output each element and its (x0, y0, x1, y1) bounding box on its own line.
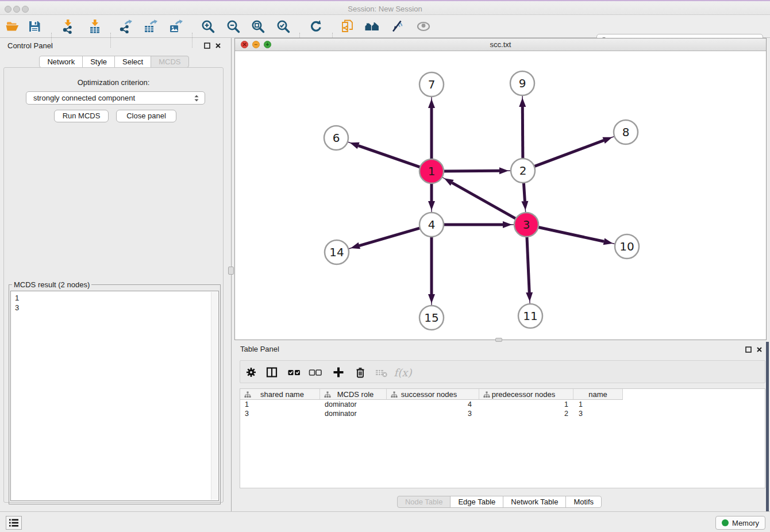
import-network-icon[interactable] (58, 17, 78, 36)
mcds-result-legend: MCDS result (2 nodes) (12, 280, 91, 289)
mcds-result-line: 1 (15, 293, 218, 303)
export-image-icon[interactable] (166, 17, 186, 36)
select-all-icon[interactable] (286, 364, 303, 381)
criterion-value: strongly connected component (33, 94, 135, 102)
tab-style[interactable]: Style (82, 56, 115, 68)
column-header-shared-name[interactable]: shared name (240, 389, 320, 400)
zoom-fit-icon[interactable] (248, 17, 268, 36)
node-table: shared name MCDS role successor nodes pr… (240, 388, 765, 488)
run-mcds-button[interactable]: Run MCDS (54, 110, 109, 122)
close-panel-icon[interactable] (215, 43, 221, 49)
create-column-icon[interactable] (330, 364, 347, 381)
zoom-out-icon[interactable] (224, 17, 243, 36)
graph-edge-3-1[interactable] (432, 171, 526, 225)
table-cell[interactable]: 1 (240, 400, 320, 409)
criterion-select[interactable]: strongly connected component (26, 91, 205, 105)
table-cell[interactable]: dominator (320, 409, 387, 418)
graph-edge-1-2[interactable] (432, 171, 523, 171)
control-panel-buttons (204, 43, 221, 49)
graph-node-8[interactable]: 8 (614, 120, 638, 144)
table-cell[interactable]: 3 (573, 409, 623, 418)
mcds-result-text[interactable]: 1 3 (10, 291, 219, 501)
table-scrollbar[interactable] (766, 342, 769, 511)
import-table-icon[interactable] (85, 17, 105, 36)
open-session-icon[interactable] (3, 17, 22, 36)
column-header-mcds-role[interactable]: MCDS role (320, 389, 387, 400)
graph-node-15[interactable]: 15 (419, 306, 444, 330)
deselect-all-icon[interactable] (307, 364, 324, 381)
task-history-button[interactable] (6, 516, 22, 530)
network-canvas[interactable]: 1234678910111415 (235, 51, 766, 340)
refresh-icon[interactable] (306, 17, 326, 36)
graph-node-6[interactable]: 6 (324, 126, 348, 150)
graph-node-4[interactable]: 4 (419, 213, 444, 237)
graph-edge-3-11[interactable] (526, 225, 530, 316)
tab-network[interactable]: Network (39, 56, 83, 68)
close-panel-button[interactable]: Close panel (116, 110, 176, 122)
table-cell[interactable]: 1 (573, 400, 623, 409)
svg-text:8: 8 (622, 125, 630, 139)
control-panel: Control Panel Network Style Select MCDS … (0, 38, 228, 509)
close-panel-icon[interactable] (756, 346, 763, 353)
control-panel-title: Control Panel (7, 41, 53, 50)
vertical-splitter-handle[interactable] (228, 267, 234, 275)
function-builder-icon[interactable]: f(x) (394, 364, 411, 381)
column-header-name[interactable]: name (573, 389, 623, 400)
graph-node-7[interactable]: 7 (419, 72, 444, 97)
delete-table-icon[interactable] (373, 364, 390, 381)
table-cell[interactable]: 2 (479, 409, 573, 418)
float-panel-icon[interactable] (204, 43, 210, 49)
zoom-in-icon[interactable] (198, 17, 218, 36)
svg-text:1: 1 (428, 164, 436, 178)
graph-edge-2-8[interactable] (523, 132, 626, 171)
table-settings-gear-icon[interactable] (242, 364, 260, 381)
graph-edge-4-14[interactable] (337, 225, 432, 252)
delete-column-trash-icon[interactable] (352, 364, 369, 381)
tab-motifs[interactable]: Motifs (565, 496, 602, 508)
graph-edge-1-6[interactable] (336, 138, 432, 171)
tab-select[interactable]: Select (114, 56, 151, 68)
memory-button[interactable]: Memory (715, 516, 765, 530)
show-columns-icon[interactable] (263, 364, 280, 381)
export-network-icon[interactable] (116, 17, 135, 36)
graph-edge-2-9[interactable] (522, 83, 523, 171)
graph-node-1[interactable]: 1 (419, 159, 444, 183)
clone-network-icon[interactable] (338, 17, 357, 36)
tab-network-table[interactable]: Network Table (503, 496, 566, 508)
tab-mcds[interactable]: MCDS (151, 56, 188, 68)
graph-node-10[interactable]: 10 (615, 234, 639, 259)
column-type-icon (483, 391, 490, 398)
tab-node-table[interactable]: Node Table (397, 496, 451, 508)
optimization-criterion-label: Optimization criterion: (4, 78, 223, 87)
main-toolbar (0, 15, 770, 38)
table-cell[interactable]: 4 (387, 400, 479, 409)
table-cell[interactable]: dominator (320, 400, 387, 409)
network-overview-icon[interactable] (363, 17, 382, 36)
result-scrollbar[interactable] (211, 292, 218, 500)
float-panel-icon[interactable] (745, 346, 752, 353)
zoom-selected-icon[interactable] (274, 17, 293, 36)
horizontal-splitter-handle[interactable] (495, 338, 502, 342)
svg-text:15: 15 (424, 311, 438, 325)
graph-node-2[interactable]: 2 (511, 159, 535, 183)
graph-node-9[interactable]: 9 (510, 71, 534, 95)
control-panel-tabs: Network Style Select MCDS (0, 56, 228, 68)
network-view-window: ✕ − + scc.txt 1234678910111415 (234, 38, 767, 340)
graph-node-11[interactable]: 11 (518, 304, 542, 328)
graph-node-14[interactable]: 14 (325, 240, 349, 264)
memory-status-icon (722, 519, 729, 526)
hide-graphics-details-icon[interactable] (387, 17, 407, 36)
table-cell[interactable]: 1 (479, 400, 573, 409)
table-cell[interactable]: 3 (387, 409, 479, 418)
graph-edge-3-10[interactable] (526, 225, 627, 246)
eye-icon[interactable] (414, 17, 433, 36)
column-header-predecessor-nodes[interactable]: predecessor nodes (479, 389, 573, 400)
export-table-icon[interactable] (141, 17, 160, 36)
save-session-icon[interactable] (25, 17, 44, 36)
column-header-successor-nodes[interactable]: successor nodes (387, 389, 479, 400)
tab-edge-table[interactable]: Edge Table (450, 496, 503, 508)
graph-node-3[interactable]: 3 (514, 213, 538, 237)
app-title: Session: New Session (0, 5, 770, 13)
table-cell[interactable]: 3 (240, 409, 320, 418)
svg-text:2: 2 (519, 164, 527, 178)
